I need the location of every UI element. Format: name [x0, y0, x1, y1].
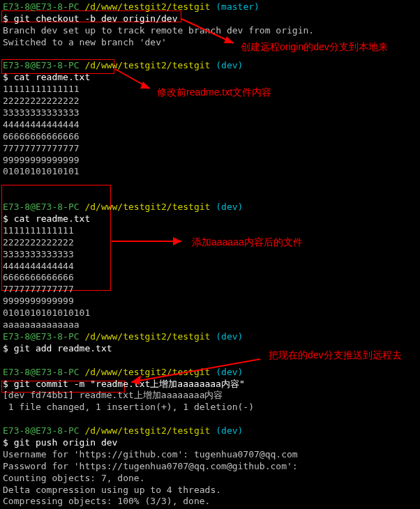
command-line: $ cat readme.txt — [3, 213, 417, 225]
prompt-line: E73-8@E73-8-PC /d/www/testgit2/testgit (… — [3, 1, 417, 13]
svg-marker-3 — [140, 82, 150, 89]
file-content-line: 6666666666666 — [3, 272, 417, 284]
prompt-line: E73-8@E73-8-PC /d/www/testgit2/testgit (… — [3, 425, 417, 437]
terminal-window[interactable]: E73-8@E73-8-PC /d/www/testgit2/testgit (… — [0, 0, 420, 509]
command-line: $ cat readme.txt — [3, 72, 417, 84]
file-content-line: 0101010101010101 — [3, 307, 417, 319]
svg-marker-7 — [131, 375, 141, 385]
file-content-line: 01010101010101 — [3, 166, 417, 178]
file-content-line: 3333333333333 — [3, 249, 417, 261]
arrow-icon — [108, 234, 192, 248]
command-line: $ git push origin dev — [3, 437, 417, 449]
svg-marker-1 — [224, 36, 234, 43]
file-content-line: 11111111111111 — [3, 84, 417, 96]
file-content-line: 44444444444444 — [3, 119, 417, 131]
arrow-icon — [124, 356, 267, 387]
output-line: Compressing objects: 100% (3/3), done. — [3, 496, 417, 508]
file-content-line: 4444444444444 — [3, 261, 417, 273]
file-content-line: 99999999999999 — [3, 155, 417, 167]
output-line: Delta compression using up to 4 threads. — [3, 485, 417, 496]
file-content-line: 9999999999999 — [3, 296, 417, 307]
file-content-line: aaaaaaaaaaaaaa — [3, 319, 417, 331]
file-content-line: 33333333333333 — [3, 107, 417, 119]
arrow-icon — [112, 66, 160, 93]
file-content-line: 22222222222222 — [3, 96, 417, 107]
output-line: Password for 'https://tugenhua0707@qq.co… — [3, 461, 417, 473]
file-content-line: 1111111111111 — [3, 225, 417, 237]
output-line: Counting objects: 7, done. — [3, 473, 417, 485]
file-content-line: 7777777777777 — [3, 284, 417, 296]
file-content-line: 66666666666666 — [3, 131, 417, 143]
output-line: Username for 'https://github.com': tugen… — [3, 449, 417, 461]
file-content-line: 77777777777777 — [3, 143, 417, 155]
prompt-line: E73-8@E73-8-PC /d/www/testgit2/testgit (… — [3, 331, 417, 343]
prompt-line: E73-8@E73-8-PC /d/www/testgit2/testgit (… — [3, 60, 417, 72]
arrow-icon — [178, 15, 244, 50]
svg-line-6 — [131, 359, 260, 382]
command-line: $ git add readme.txt — [3, 343, 417, 355]
svg-marker-5 — [173, 237, 181, 245]
file-content-line: 2222222222222 — [3, 237, 417, 249]
prompt-line: E73-8@E73-8-PC /d/www/testgit2/testgit (… — [3, 202, 417, 213]
output-line: 1 file changed, 1 insertion(+), 1 deleti… — [3, 402, 417, 413]
output-line: [dev fd74bb1] readme.txt上增加aaaaaaaa内容 — [3, 390, 417, 402]
